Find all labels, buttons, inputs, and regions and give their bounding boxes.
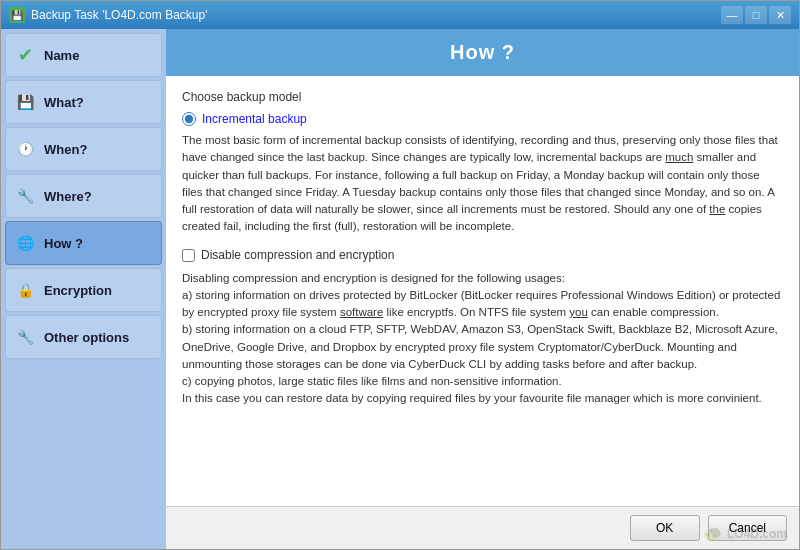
title-bar: 💾 Backup Task 'LO4D.com Backup' — □ ✕ [1,1,799,29]
main-window: 💾 Backup Task 'LO4D.com Backup' — □ ✕ ✔ … [0,0,800,550]
minimize-button[interactable]: — [721,6,743,24]
globe-icon: 🌐 [14,232,36,254]
disable-compression-checkbox[interactable] [182,249,195,262]
incremental-backup-option[interactable]: Incremental backup [182,112,783,126]
close-button[interactable]: ✕ [769,6,791,24]
bottom-bar: 🐢 LO4D.com OK Cancel [166,506,799,549]
disable-compression-row[interactable]: Disable compression and encryption [182,248,783,262]
sidebar-item-where[interactable]: 🔧 Where? [5,174,162,218]
incremental-radio[interactable] [182,112,196,126]
watermark-text: LO4D.com [727,527,787,541]
clock-icon: 🕐 [14,138,36,160]
sidebar-item-label-other: Other options [44,330,129,345]
incremental-label: Incremental backup [202,112,307,126]
sidebar-item-label-where: Where? [44,189,92,204]
checkmark-icon: ✔ [14,44,36,66]
sidebar-item-label-how: How ? [44,236,83,251]
watermark: 🐢 LO4D.com [703,524,787,543]
window-icon: 💾 [9,7,25,23]
lock-icon: 🔒 [14,279,36,301]
content-area: ✔ Name 💾 What? 🕐 When? 🔧 Where? 🌐 How ? [1,29,799,549]
incremental-description: The most basic form of incremental backu… [182,132,783,236]
title-bar-left: 💾 Backup Task 'LO4D.com Backup' [9,7,207,23]
watermark-icon: 🐢 [703,524,723,543]
disable-compression-label: Disable compression and encryption [201,248,394,262]
sidebar-item-encryption[interactable]: 🔒 Encryption [5,268,162,312]
highlight-you: you [569,306,588,318]
maximize-button[interactable]: □ [745,6,767,24]
sidebar-item-what[interactable]: 💾 What? [5,80,162,124]
panel-title: How ? [450,41,515,63]
title-controls: — □ ✕ [721,6,791,24]
window-title: Backup Task 'LO4D.com Backup' [31,8,207,22]
sidebar-item-when[interactable]: 🕐 When? [5,127,162,171]
panel-header: How ? [166,29,799,76]
sidebar-item-label-name: Name [44,48,79,63]
sidebar-item-label-encryption: Encryption [44,283,112,298]
wrench-icon: 🔧 [14,185,36,207]
highlight-software: software [340,306,383,318]
sidebar-item-other[interactable]: 🔧 Other options [5,315,162,359]
main-panel: How ? Choose backup model Incremental ba… [166,29,799,549]
save-icon: 💾 [14,91,36,113]
ok-button[interactable]: OK [630,515,700,541]
sidebar-item-label-when: When? [44,142,87,157]
highlight-much: much [665,151,693,163]
compression-description: Disabling compression and encryption is … [182,270,783,408]
settings-icon: 🔧 [14,326,36,348]
sidebar-item-label-what: What? [44,95,84,110]
sidebar-item-how[interactable]: 🌐 How ? [5,221,162,265]
sidebar-item-name[interactable]: ✔ Name [5,33,162,77]
sidebar: ✔ Name 💾 What? 🕐 When? 🔧 Where? 🌐 How ? [1,29,166,549]
highlight-the: the [709,203,725,215]
panel-body: Choose backup model Incremental backup T… [166,76,799,506]
choose-label: Choose backup model [182,90,783,104]
